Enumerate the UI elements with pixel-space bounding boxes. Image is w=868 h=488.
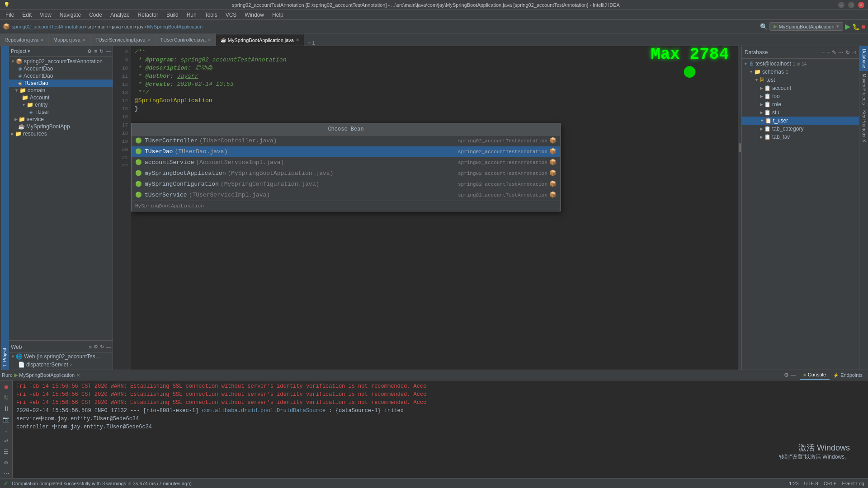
bean-item-tuserservice[interactable]: 🟢 tUserService (TUserServiceImpl.java) s… (132, 190, 560, 201)
run-app-name[interactable]: MySpringBootApplication (19, 372, 75, 378)
bean-item-tuserdao[interactable]: 🟢 TUserDao (TUserDao.java) spring02_acco… (132, 146, 560, 157)
db-refresh-icon[interactable]: ↻ (845, 49, 850, 56)
tab-repository[interactable]: Repository.java ✕ (0, 34, 49, 46)
status-position[interactable]: 1:23 (789, 481, 798, 486)
tree-tuserdao[interactable]: ◈ TUserDao (9, 80, 113, 87)
tree-tuser[interactable]: ◈ TUser (9, 108, 113, 116)
run-button[interactable]: ▶ (845, 22, 850, 31)
vtab-database[interactable]: Database (859, 46, 868, 71)
proj-collapse-icon[interactable]: — (106, 48, 111, 54)
minimize-button[interactable]: ─ (838, 2, 844, 8)
tree-accountdao[interactable]: ◈ AccountDao (9, 72, 113, 80)
menu-window[interactable]: Window (241, 11, 268, 19)
console-tab[interactable]: ■ Console (800, 370, 830, 380)
db-item-localhost[interactable]: ▼ 🖥 test@localhost 1 of 14 (742, 60, 859, 68)
tab-myspringbootapplication[interactable]: ☕ MySpringBootApplication.java ✕ (216, 34, 304, 46)
tree-web-root[interactable]: ▼ 🌐 Web (in spring02_accountTestAnnota..… (9, 352, 113, 361)
menu-refactor[interactable]: Refactor (134, 11, 162, 19)
editor-scrollbar[interactable] (738, 46, 741, 370)
menu-code[interactable]: Code (85, 11, 106, 19)
breadcrumb-jay[interactable]: jay (137, 24, 143, 29)
close-tab-repository[interactable]: ✕ (40, 38, 44, 42)
tree-myspringbootapp[interactable]: ☕ MySpringBootApp (9, 123, 113, 130)
pause-button[interactable]: ⏸ (2, 404, 11, 413)
breadcrumb-file[interactable]: MySpringBootApplication (147, 24, 203, 29)
breadcrumb-com[interactable]: com (124, 24, 134, 29)
stop-button[interactable]: ■ (862, 23, 865, 30)
expand-button[interactable]: ⋯ (2, 469, 11, 478)
menu-vcs[interactable]: VCS (222, 11, 241, 19)
db-item-tab-category[interactable]: ▶ 📋 tab_category (742, 125, 859, 133)
menu-file[interactable]: File (2, 11, 18, 19)
db-add-icon[interactable]: + (821, 49, 825, 56)
tree-dispatcherservlet[interactable]: 📄 dispatcherServlet ↗ (9, 361, 113, 369)
menu-build[interactable]: Build (163, 11, 182, 19)
bean-item-myspringconfiguration[interactable]: 🟢 mySpringConfiguration (MySpringConfigu… (132, 179, 560, 190)
run-minimize-icon[interactable]: — (791, 372, 796, 378)
code-editor[interactable]: /** * @program: spring02_accountTestAnno… (131, 46, 738, 370)
choose-bean-popup[interactable]: Choose Bean 🟢 TUserController (TUserCont… (131, 123, 561, 211)
proj-sync-icon[interactable]: ↻ (99, 48, 104, 54)
tree-resources[interactable]: ▶ 📁 resources (9, 130, 113, 137)
endpoints-tab[interactable]: ⚡ Endpoints (830, 371, 866, 380)
db-minus-icon[interactable]: − (826, 49, 830, 56)
run-gear-icon[interactable]: ⚙ (784, 372, 789, 378)
console-output[interactable]: Fri Feb 14 15:56:56 CST 2020 WARN: Estab… (13, 380, 868, 480)
bean-item-myspringbootapplication[interactable]: 🟢 mySpringBootApplication (MySpringBootA… (132, 168, 560, 179)
tab-tusercontroller[interactable]: TUserController.java ✕ (156, 34, 216, 46)
status-encoding[interactable]: UTF-8 (804, 481, 818, 486)
vtab-key-promoter[interactable]: Key Promoter X (859, 108, 868, 145)
run-config[interactable]: ▶ MySpringBootApplication ▾ (769, 22, 843, 31)
status-eventlog[interactable]: Event Log (842, 481, 864, 486)
status-linesep[interactable]: CRLF (824, 481, 837, 486)
db-filter-icon[interactable]: ⊿ (852, 49, 856, 56)
close-tab-tusercontroller[interactable]: ✕ (208, 38, 211, 42)
menu-view[interactable]: View (36, 11, 55, 19)
db-item-schemas[interactable]: ▼ 📁 schemas 1 (742, 68, 859, 76)
menu-tools[interactable]: Tools (201, 11, 221, 19)
rerun-button[interactable]: ↻ (2, 393, 11, 402)
db-more-icon[interactable]: ⋯ (838, 49, 844, 56)
close-tab-tuserserviceimpl[interactable]: ✕ (147, 38, 151, 42)
close-tab-mapper[interactable]: ✕ (82, 38, 86, 42)
tab-tuserserviceimpl[interactable]: TUserServiceImpl.java ✕ (91, 34, 156, 46)
tree-service[interactable]: ▶ 📁 service (9, 116, 113, 123)
db-item-role[interactable]: ▶ 📋 role (742, 100, 859, 108)
close-tab-main[interactable]: ✕ (296, 38, 299, 42)
toolbar-btn-search[interactable]: 🔍 (760, 23, 768, 30)
scroll-down-button[interactable]: ↓ (2, 426, 11, 435)
tree-entity[interactable]: ▼ 📁 entity (9, 101, 113, 108)
breadcrumb-java[interactable]: java (112, 24, 121, 29)
menu-navigate[interactable]: Navigate (56, 11, 85, 19)
db-item-tab-fav[interactable]: ▶ 📋 tab_fav (742, 133, 859, 141)
tree-view-button[interactable]: ☰ (2, 447, 11, 456)
web-tool4[interactable]: — (106, 344, 111, 350)
close-button[interactable]: ✕ (858, 2, 864, 8)
breadcrumb-main[interactable]: main (98, 24, 108, 29)
breadcrumb-project[interactable]: spring02_accountTestAnnotation (12, 24, 84, 29)
vtab-project[interactable]: 1: Project (1, 46, 9, 370)
debug-button[interactable]: 🐛 (852, 23, 860, 30)
web-tool2[interactable]: ⚙ (94, 344, 98, 350)
db-item-test[interactable]: ▼ 🗄 test (742, 76, 859, 84)
soft-wrap-button[interactable]: ↵ (2, 436, 11, 446)
db-item-stu[interactable]: ▶ 📋 stu (742, 108, 859, 117)
web-tool3[interactable]: ↻ (100, 344, 104, 350)
db-item-account[interactable]: ▶ 📋 account (742, 84, 859, 92)
menu-analyze[interactable]: Analyze (107, 11, 133, 19)
scrollbar-thumb[interactable] (739, 143, 741, 152)
db-item-t-user[interactable]: ▼ 📋 t_user (742, 117, 859, 125)
tree-accountdao-interface[interactable]: ◈ AccountDao (9, 65, 113, 72)
vtab-favorites[interactable]: 2: Favorites (0, 46, 1, 370)
stop-run-button[interactable]: ■ (2, 382, 11, 391)
menu-help[interactable]: Help (269, 11, 287, 19)
screenshot-button[interactable]: 📷 (2, 415, 11, 424)
vtab-maven[interactable]: Maven Projects (859, 71, 868, 108)
proj-gear-icon[interactable]: ⚙ (87, 48, 92, 54)
close-run-tab[interactable]: ✕ (76, 373, 80, 378)
db-item-foo[interactable]: ▶ 📋 foo (742, 92, 859, 100)
tab-mapper[interactable]: Mapper.java ✕ (49, 34, 91, 46)
maximize-button[interactable]: □ (848, 2, 854, 8)
bean-item-tusercontroller[interactable]: 🟢 TUserController (TUserController.java)… (132, 136, 560, 146)
tree-domain[interactable]: ▼ 📁 domain (9, 87, 113, 94)
